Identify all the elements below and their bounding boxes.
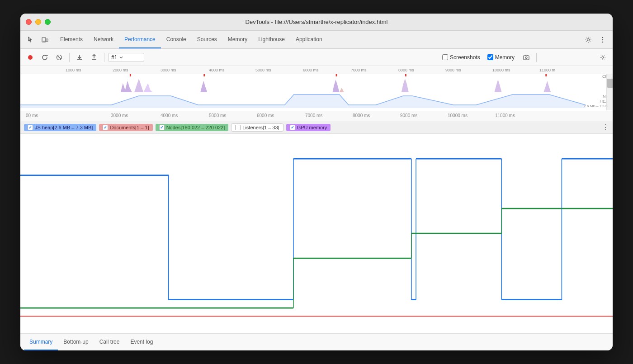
svg-marker-26 <box>543 81 551 92</box>
overview-time-5: 6000 ms <box>303 68 319 72</box>
legend-js-heap[interactable]: JS heap[2.6 MB – 7.3 MB] <box>24 124 96 131</box>
bottom-tab-bottomup[interactable]: Bottom-up <box>58 334 94 350</box>
overview-scrollbar[interactable] <box>606 74 613 110</box>
svg-rect-15 <box>524 56 529 60</box>
save-button[interactable] <box>88 51 100 64</box>
memory-chart-svg <box>20 134 613 333</box>
heap-overview <box>20 92 586 108</box>
overview-time-8: 9000 ms <box>445 68 461 72</box>
tabbar: Elements Network Performance Console Sou… <box>20 31 613 49</box>
gpu-checkbox[interactable] <box>290 125 295 130</box>
overview-time-9: 10000 ms <box>492 68 510 72</box>
js-heap-checkbox[interactable] <box>28 125 33 130</box>
tab-application[interactable]: Application <box>290 31 328 48</box>
tab-console[interactable]: Console <box>161 31 192 48</box>
screenshots-checkbox-label[interactable]: Screenshots <box>442 54 480 61</box>
device-toggle-icon[interactable] <box>38 33 51 46</box>
timeline-ruler: 00 ms 3000 ms 4000 ms 5000 ms 6000 ms 70… <box>20 111 613 121</box>
legend-listeners[interactable]: Listeners[1 – 33] <box>231 123 283 132</box>
minimize-button[interactable] <box>35 19 41 25</box>
overview-time-4: 5000 ms <box>255 68 271 72</box>
inspect-icon[interactable] <box>24 33 37 46</box>
svg-point-17 <box>602 57 604 58</box>
more-options-icon[interactable] <box>596 33 609 46</box>
svg-point-6 <box>602 41 603 42</box>
profile-select[interactable]: #1 <box>108 53 144 62</box>
overview-scrollbar-thumb[interactable] <box>607 79 613 88</box>
tab-sources[interactable]: Sources <box>192 31 222 48</box>
legend-menu-icon[interactable]: ⋮ <box>602 123 609 132</box>
svg-marker-18 <box>121 81 132 92</box>
maximize-button[interactable] <box>45 19 51 25</box>
documents-checkbox[interactable] <box>103 125 108 130</box>
settings-icon[interactable] <box>582 33 595 46</box>
memory-chart-area <box>20 134 613 333</box>
overview-time-7: 8000 ms <box>398 68 414 72</box>
memory-checkbox[interactable] <box>487 54 493 60</box>
tab-elements[interactable]: Elements <box>55 31 88 48</box>
load-button[interactable] <box>73 51 86 64</box>
memory-legend-bar: JS heap[2.6 MB – 7.3 MB] Documents[1 – 1… <box>20 121 613 134</box>
legend-documents[interactable]: Documents[1 – 1] <box>99 124 152 131</box>
overview-time-6: 7000 ms <box>351 68 367 72</box>
record-button[interactable] <box>24 51 37 64</box>
bottom-tab-calltree[interactable]: Call tree <box>94 334 125 350</box>
svg-marker-23 <box>340 88 344 92</box>
toolbar-separator-2 <box>104 53 104 62</box>
overview-time-0: 1000 ms <box>66 68 81 72</box>
svg-rect-27 <box>130 74 131 76</box>
ruler-label-0: 00 ms <box>26 113 38 118</box>
tab-network[interactable]: Network <box>88 31 119 48</box>
ruler-label-6: 8000 ms <box>353 113 370 118</box>
overview-time-1: 2000 ms <box>113 68 128 72</box>
svg-marker-22 <box>333 80 340 92</box>
listeners-checkbox[interactable] <box>235 125 241 130</box>
cpu-overview <box>20 74 586 92</box>
close-button[interactable] <box>26 19 32 25</box>
ruler-label-4: 6000 ms <box>257 113 274 118</box>
tabbar-left-icons <box>24 31 55 48</box>
svg-rect-30 <box>405 74 406 76</box>
devtools-window: DevTools - file:///Users/stmarthe/x-repl… <box>20 14 613 350</box>
tabbar-right <box>582 31 609 48</box>
svg-marker-19 <box>134 79 143 92</box>
toolbar-settings-icon[interactable] <box>596 51 609 64</box>
titlebar: DevTools - file:///Users/stmarthe/x-repl… <box>20 14 613 31</box>
legend-gpu[interactable]: GPU memory <box>286 124 331 131</box>
tab-lighthouse[interactable]: Lighthouse <box>253 31 290 48</box>
overview-time-3: 4000 ms <box>209 68 225 72</box>
svg-rect-28 <box>203 74 205 76</box>
svg-marker-8 <box>47 55 48 57</box>
svg-point-16 <box>525 57 527 58</box>
svg-rect-29 <box>336 74 337 76</box>
svg-marker-25 <box>494 80 501 92</box>
legend-nodes[interactable]: Nodes[180 022 – 220 022] <box>156 124 229 131</box>
bottom-tab-summary[interactable]: Summary <box>24 334 58 350</box>
svg-rect-31 <box>545 74 547 76</box>
svg-marker-21 <box>200 81 207 92</box>
ruler-label-7: 9000 ms <box>400 113 417 118</box>
ruler-label-1: 3000 ms <box>111 113 128 118</box>
overview-time-2: 3000 ms <box>161 68 176 72</box>
svg-point-3 <box>587 38 590 41</box>
svg-marker-32 <box>20 95 586 108</box>
ruler-label-9: 11000 ms <box>495 113 515 118</box>
ruler-label-5: 7000 ms <box>305 113 322 118</box>
ruler-label-3: 5000 ms <box>209 113 226 118</box>
svg-rect-1 <box>46 39 48 42</box>
svg-point-4 <box>602 37 603 38</box>
svg-point-7 <box>28 55 33 60</box>
tab-performance[interactable]: Performance <box>119 31 161 48</box>
clear-button[interactable] <box>53 51 66 64</box>
svg-point-5 <box>602 39 603 40</box>
reload-button[interactable] <box>38 51 51 64</box>
memory-checkbox-label[interactable]: Memory <box>487 54 515 61</box>
nodes-checkbox[interactable] <box>159 125 165 130</box>
ruler-label-8: 10000 ms <box>448 113 468 118</box>
screenshots-capture-icon[interactable] <box>520 51 533 64</box>
performance-toolbar: #1 Screenshots Memory <box>20 49 613 66</box>
svg-marker-24 <box>402 79 409 92</box>
screenshots-checkbox[interactable] <box>442 54 448 60</box>
bottom-tab-eventlog[interactable]: Event log <box>125 334 158 350</box>
tab-memory[interactable]: Memory <box>222 31 253 48</box>
